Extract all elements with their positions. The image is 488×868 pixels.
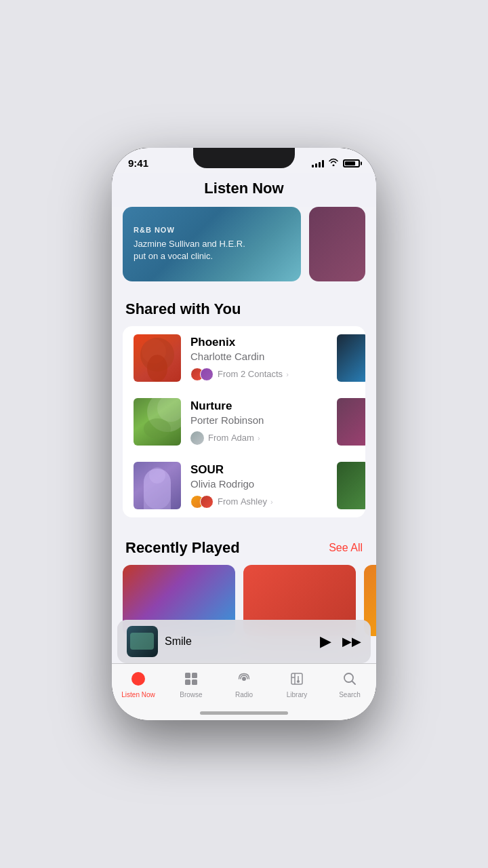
item-artist-nurture: Porter Robinson — [190, 414, 354, 426]
play-button[interactable]: ▶ — [320, 633, 331, 650]
album-art-sour — [134, 462, 181, 509]
svg-point-1 — [147, 355, 167, 382]
tab-listen-now[interactable]: Listen Now — [112, 669, 165, 698]
status-icons — [312, 158, 360, 168]
svg-point-3 — [144, 418, 171, 439]
overflow-art-1 — [337, 334, 365, 382]
from-tag-sour[interactable]: From Ashley › — [190, 495, 354, 509]
recently-played-header: Recently Played See All — [112, 536, 376, 565]
item-title-sour: SOUR — [190, 463, 354, 477]
shared-section-title: Shared with You — [125, 300, 241, 318]
mini-player-controls: ▶ ▶▶ — [320, 633, 361, 650]
svg-rect-7 — [185, 673, 190, 678]
overflow-art-3 — [337, 462, 365, 509]
radio-icon — [235, 669, 253, 688]
svg-rect-12 — [291, 673, 302, 684]
album-art-phoenix — [134, 334, 181, 382]
mini-player[interactable]: Smile ▶ ▶▶ — [117, 620, 371, 663]
item-info-phoenix: Phoenix Charlotte Cardin From 2 Contacts… — [190, 336, 354, 381]
item-title-phoenix: Phoenix — [190, 336, 354, 349]
see-all-button[interactable]: See All — [329, 542, 363, 554]
tab-label-search: Search — [339, 691, 361, 698]
notch — [193, 148, 295, 168]
banner-tag: R&B NOW — [134, 226, 290, 234]
shared-with-you-section: Shared with You — [112, 298, 376, 326]
svg-rect-10 — [192, 679, 197, 685]
shared-item-nurture[interactable]: Nurture Porter Robinson From Adam › — [123, 390, 365, 454]
banner-desc: Jazmine Sullivan and H.E.R. put on a voc… — [134, 238, 290, 262]
shared-item-sour[interactable]: SOUR Olivia Rodrigo From Ashley › — [123, 454, 365, 517]
svg-point-5 — [149, 467, 165, 484]
tab-library[interactable]: Library — [270, 669, 323, 698]
tab-label-library: Library — [287, 691, 308, 698]
banner-card-rnb[interactable]: R&B NOW Jazmine Sullivan and H.E.R. put … — [123, 207, 301, 281]
svg-point-2 — [157, 398, 181, 422]
recently-played-title: Recently Played — [125, 539, 240, 557]
shared-section-header: Shared with You — [112, 298, 376, 326]
library-icon — [287, 669, 306, 688]
search-icon — [340, 669, 359, 688]
item-artist-sour: Olivia Rodrigo — [190, 478, 354, 490]
from-text-sour: From Ashley › — [218, 496, 273, 507]
tab-label-browse: Browse — [180, 691, 202, 698]
from-text-phoenix: From 2 Contacts › — [218, 369, 289, 379]
contact-avatars-sour — [190, 495, 214, 509]
banner-card-2[interactable] — [309, 207, 366, 281]
svg-rect-8 — [192, 673, 197, 678]
contact-avatar-adam — [190, 431, 204, 445]
skip-forward-button[interactable]: ▶▶ — [342, 634, 361, 649]
phone-screen: 9:41 — [112, 148, 376, 720]
phone-shell: 9:41 — [112, 148, 376, 720]
listen-now-icon — [129, 669, 148, 688]
featured-banner[interactable]: R&B NOW Jazmine Sullivan and H.E.R. put … — [123, 207, 365, 281]
from-tag-phoenix[interactable]: From 2 Contacts › — [190, 368, 354, 381]
overflow-art-2 — [337, 398, 365, 446]
status-time: 9:41 — [128, 157, 148, 169]
wifi-icon — [328, 158, 339, 168]
tab-radio[interactable]: Radio — [218, 669, 270, 698]
mini-player-art — [127, 626, 158, 657]
from-tag-nurture[interactable]: From Adam › — [190, 431, 354, 445]
tab-browse[interactable]: Browse — [165, 669, 218, 698]
browse-icon — [182, 669, 201, 688]
item-title-nurture: Nurture — [190, 399, 354, 413]
mini-player-title: Smile — [165, 635, 313, 648]
svg-point-11 — [242, 677, 246, 681]
shared-item-phoenix[interactable]: Phoenix Charlotte Cardin From 2 Contacts… — [123, 326, 365, 390]
tab-search[interactable]: Search — [323, 669, 376, 698]
album-art-nurture — [134, 398, 181, 446]
item-artist-phoenix: Charlotte Cardin — [190, 351, 354, 362]
svg-point-13 — [297, 680, 300, 683]
contact-avatars-phoenix — [190, 368, 214, 381]
item-info-nurture: Nurture Porter Robinson From Adam › — [190, 399, 354, 445]
from-text-nurture: From Adam › — [208, 433, 260, 443]
svg-rect-9 — [185, 679, 190, 685]
tab-label-radio: Radio — [235, 691, 253, 698]
home-indicator — [200, 711, 288, 715]
shared-list: Phoenix Charlotte Cardin From 2 Contacts… — [123, 326, 365, 517]
signal-icon — [312, 159, 324, 167]
page-title: Listen Now — [112, 173, 376, 207]
item-info-sour: SOUR Olivia Rodrigo From Ashley › — [190, 463, 354, 509]
content-area[interactable]: Listen Now R&B NOW Jazmine Sullivan and … — [112, 173, 376, 654]
tab-label-listen-now: Listen Now — [121, 691, 155, 698]
battery-icon — [343, 159, 360, 167]
